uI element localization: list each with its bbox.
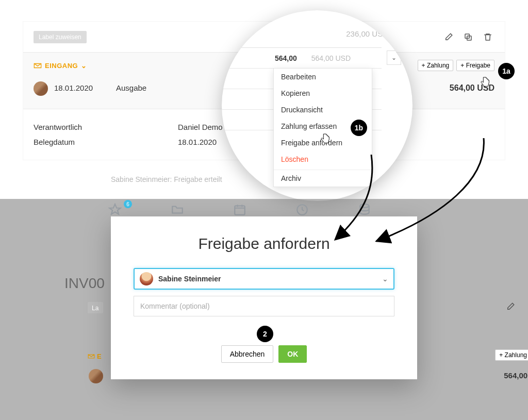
- edit-icon[interactable]: [506, 302, 515, 313]
- folder-icon[interactable]: [171, 203, 184, 216]
- chevron-down-icon: ⌄: [81, 62, 87, 70]
- meta-key-date: Belegdatum: [34, 138, 178, 146]
- menu-loeschen[interactable]: Löschen: [274, 151, 372, 167]
- comment-placeholder: Kommentar (optional): [140, 302, 210, 310]
- menu-druck[interactable]: Druckansicht: [274, 102, 372, 118]
- meta-key-responsible: Verantwortlich: [34, 123, 178, 131]
- doc-title: INV00: [64, 275, 105, 292]
- svg-rect-2: [235, 206, 245, 214]
- edit-icon[interactable]: [442, 30, 455, 44]
- eingang-short: E: [97, 352, 102, 360]
- eingang-label[interactable]: EINGANG ⌄: [34, 62, 87, 70]
- avatar[interactable]: [34, 81, 48, 96]
- avatar: [140, 272, 153, 285]
- invoice-amount: 564,00 USD: [504, 371, 528, 380]
- calendar-icon[interactable]: [233, 203, 246, 216]
- star-count: 6: [124, 200, 132, 208]
- menu-bearbeiten[interactable]: Bearbeiten: [274, 69, 372, 85]
- storage-icon[interactable]: [358, 203, 371, 216]
- modal-title: Freigabe anfordern: [134, 235, 394, 253]
- eingang-label[interactable]: E: [88, 352, 102, 360]
- add-zahlung-button[interactable]: + Zahlung: [418, 60, 454, 71]
- clock-icon[interactable]: [295, 203, 309, 216]
- meta-val-responsible: Daniel Demo: [178, 123, 223, 131]
- star-icon[interactable]: [108, 203, 122, 216]
- freigabe-modal: Freigabe anfordern Sabine Steinmeier ⌄ K…: [111, 216, 417, 379]
- ok-button[interactable]: OK: [278, 345, 307, 363]
- trash-icon[interactable]: [481, 30, 494, 44]
- cursor-icon: [480, 76, 491, 90]
- label-chip[interactable]: La: [88, 302, 103, 313]
- label-chip[interactable]: Label zuweisen: [34, 31, 87, 43]
- menu-archiv[interactable]: Archiv: [274, 170, 372, 187]
- lens-cur: 564,00 USD: [311, 54, 351, 62]
- copy-icon[interactable]: [461, 30, 475, 44]
- cursor-icon: [320, 133, 331, 146]
- meta-val-date: 18.01.2020: [178, 138, 217, 146]
- svg-point-4: [360, 204, 369, 208]
- subline: Sabine Steinmeier: Freigabe erteilt: [111, 175, 222, 183]
- step-badge-1a: 1a: [498, 63, 515, 79]
- step-badge-2: 2: [257, 326, 273, 342]
- comment-input[interactable]: Kommentar (optional): [134, 296, 394, 316]
- avatar[interactable]: [89, 369, 103, 383]
- zoom-lens: 236,00 USD ⌄ 564,00564,00 USD 75,00 99,1…: [222, 10, 412, 201]
- eingang-label-text: EINGANG: [45, 62, 78, 70]
- add-zahlung-button[interactable]: + Zahlung: [495, 349, 528, 361]
- abbrechen-button[interactable]: Abbrechen: [221, 345, 274, 363]
- step-badge-1b: 1b: [351, 120, 367, 136]
- approver-select[interactable]: Sabine Steinmeier ⌄: [134, 268, 394, 290]
- menu-kopieren[interactable]: Kopieren: [274, 85, 372, 102]
- chevron-down-icon: ⌄: [382, 275, 388, 283]
- invoice-type: Ausgabe: [116, 83, 146, 92]
- invoice-date: 18.01.2020: [54, 83, 93, 92]
- approver-name: Sabine Steinmeier: [158, 275, 221, 283]
- add-freigabe-button[interactable]: + Freigabe: [456, 60, 494, 71]
- lens-val: 564,00: [275, 54, 297, 62]
- nav-icons: [108, 203, 371, 216]
